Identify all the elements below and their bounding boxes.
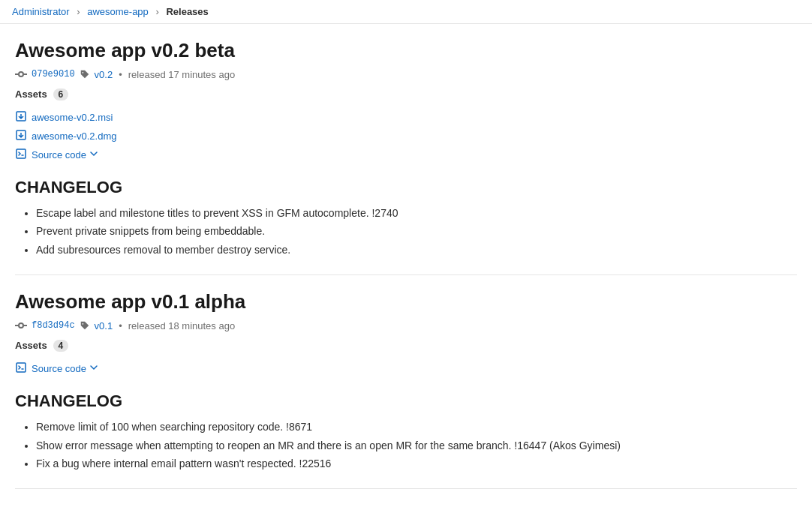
tag-icon-2 [80, 320, 90, 331]
commit-hash-1[interactable]: 079e9010 [32, 69, 75, 80]
release-block-1: Awesome app v0.2 beta 079e9010 v0.2 • re… [15, 39, 797, 275]
source-code-row-2: Source code [15, 359, 797, 378]
assets-count-1: 6 [53, 88, 69, 100]
chevron-down-icon-1 [89, 149, 98, 160]
tag-name-2[interactable]: v0.1 [95, 320, 113, 332]
released-text-1: released 17 minutes ago [128, 69, 235, 80]
source-code-icon-1 [15, 148, 27, 162]
file-download-icon-2 [15, 129, 27, 143]
release-meta-2: f8d3d94c v0.1 • released 18 minutes ago [15, 320, 797, 332]
breadcrumb-separator-2: › [155, 6, 158, 17]
source-code-row-1: Source code [15, 146, 797, 164]
asset-file-2: awesome-v0.2.dmg [15, 127, 797, 146]
tag-name-1[interactable]: v0.2 [95, 69, 113, 80]
released-text-2: released 18 minutes ago [128, 320, 235, 332]
list-item: Remove limit of 100 when searching repos… [36, 418, 797, 435]
changelog-list-1: Escape label and milestone titles to pre… [15, 205, 797, 258]
breadcrumb-current: Releases [166, 6, 208, 17]
release-title-1: Awesome app v0.2 beta [15, 39, 797, 62]
release-block-2: Awesome app v0.1 alpha f8d3d94c v0.1 • r… [15, 290, 797, 489]
tag-icon-1 [80, 69, 90, 80]
list-item: Fix a bug where internal email pattern w… [36, 455, 797, 472]
asset-dmg-link[interactable]: awesome-v0.2.dmg [32, 130, 116, 142]
asset-msi-link[interactable]: awesome-v0.2.msi [32, 112, 113, 123]
list-item: Add subresources removal to member destr… [36, 242, 797, 258]
list-item: Escape label and milestone titles to pre… [36, 205, 797, 221]
release-meta-1: 079e9010 v0.2 • released 17 minutes ago [15, 68, 797, 80]
commit-icon-1 [15, 68, 27, 80]
assets-label-1: Assets [15, 88, 47, 100]
breadcrumb-separator-1: › [77, 6, 80, 17]
release-title-2: Awesome app v0.1 alpha [15, 290, 797, 314]
file-download-icon-1 [15, 110, 27, 124]
source-code-link-1[interactable]: Source code [32, 149, 98, 160]
changelog-heading-2: CHANGELOG [15, 392, 797, 411]
releases-container: Awesome app v0.2 beta 079e9010 v0.2 • re… [0, 24, 812, 489]
svg-point-6 [19, 323, 23, 328]
breadcrumb-admin-link[interactable]: Administrator [12, 6, 70, 17]
commit-hash-2[interactable]: f8d3d94c [32, 320, 75, 331]
svg-point-0 [19, 72, 23, 76]
list-item: Prevent private snippets from being embe… [36, 223, 797, 239]
breadcrumb-repo-link[interactable]: awesome-app [87, 6, 149, 17]
source-code-icon-2 [15, 362, 27, 376]
chevron-down-icon-2 [89, 363, 98, 374]
asset-file-1: awesome-v0.2.msi [15, 108, 797, 127]
assets-section-1: Assets 6 [15, 88, 797, 100]
changelog-list-2: Remove limit of 100 when searching repos… [15, 418, 797, 472]
list-item: Show error message when attempting to re… [36, 437, 797, 454]
assets-count-2: 4 [53, 340, 69, 352]
assets-section-2: Assets 4 [15, 339, 797, 352]
commit-icon-2 [15, 320, 27, 332]
breadcrumb: Administrator › awesome-app › Releases [0, 0, 812, 24]
changelog-heading-1: CHANGELOG [15, 178, 797, 197]
assets-label-2: Assets [15, 340, 47, 351]
source-code-link-2[interactable]: Source code [32, 363, 98, 374]
